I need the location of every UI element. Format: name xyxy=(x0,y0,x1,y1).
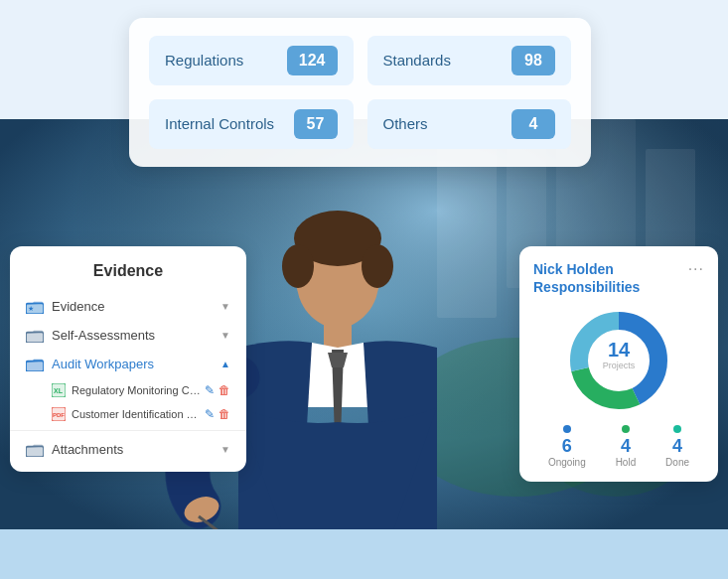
bottom-strip xyxy=(0,529,728,579)
stat-label-regulations: Regulations xyxy=(165,51,243,71)
svg-rect-24 xyxy=(26,332,44,343)
stat-num-hold: 4 xyxy=(616,436,637,457)
stat-col-ongoing: 6 Ongoing xyxy=(548,425,586,468)
svg-text:XL: XL xyxy=(54,387,64,394)
evidence-label-attachments: Attachments xyxy=(52,442,217,457)
divider xyxy=(10,430,246,431)
evidence-panel: Evidence ★ Evidence ▼ Self-Assessments ▼ xyxy=(10,246,246,472)
stat-desc-done: Done xyxy=(665,457,689,468)
file-name-pdf: Customer Identification review-doc.pdf xyxy=(72,408,201,420)
evidence-chevron-attachments: ▼ xyxy=(220,444,230,455)
stat-desc-hold: Hold xyxy=(616,457,637,468)
stat-label-standards: Standards xyxy=(383,51,451,71)
stat-badge-others: 4 xyxy=(511,109,555,139)
responsibilities-panel: Nick HoldenResponsibilities ··· 14 Proje… xyxy=(519,246,718,482)
evidence-chevron-up-audit: ▲ xyxy=(220,359,230,369)
stat-num-ongoing: 6 xyxy=(548,436,586,457)
evidence-label-audit-workpapers: Audit Workpapers xyxy=(52,357,217,371)
stat-num-done: 4 xyxy=(665,436,689,457)
folder-dark-icon xyxy=(26,329,44,343)
stats-card: Regulations 124 Standards 98 Internal Co… xyxy=(129,18,591,167)
delete-pdf-button[interactable]: 🗑 xyxy=(218,407,230,421)
evidence-label-self-assessments: Self-Assessments xyxy=(52,328,217,343)
svg-text:Projects: Projects xyxy=(603,361,636,370)
edit-pdf-button[interactable]: ✎ xyxy=(205,407,215,421)
stat-item-regulations[interactable]: Regulations 124 xyxy=(149,36,354,85)
more-options-button[interactable]: ··· xyxy=(688,260,704,278)
stat-item-others[interactable]: Others 4 xyxy=(367,99,572,149)
evidence-item-audit-workpapers[interactable]: Audit Workpapers ▲ xyxy=(10,350,246,378)
evidence-item-attachments[interactable]: Attachments ▼ xyxy=(10,435,246,464)
pdf-file-icon: PDF xyxy=(52,407,66,421)
file-row-xlsx: XL Regulatory Monitoring Checklist.xlsx … xyxy=(10,378,246,402)
file-row-pdf: PDF Customer Identification review-doc.p… xyxy=(10,402,246,426)
donut-chart-container: 14 Projects xyxy=(533,306,704,415)
stat-label-internal-controls: Internal Controls xyxy=(165,114,274,134)
svg-rect-34 xyxy=(26,446,44,457)
evidence-item-evidence[interactable]: ★ Evidence ▼ xyxy=(10,292,246,321)
delete-xlsx-button[interactable]: 🗑 xyxy=(218,383,230,397)
file-actions-pdf: ✎ 🗑 xyxy=(205,407,230,421)
stat-item-standards[interactable]: Standards 98 xyxy=(367,36,572,85)
folder-openblue-icon xyxy=(26,358,44,371)
stat-item-internal-controls[interactable]: Internal Controls 57 xyxy=(149,99,354,149)
stat-col-done: 4 Done xyxy=(665,425,689,468)
edit-xlsx-button[interactable]: ✎ xyxy=(205,383,215,397)
xlsx-file-icon: XL xyxy=(52,383,66,397)
file-actions-xlsx: ✎ 🗑 xyxy=(205,383,230,397)
stat-label-others: Others xyxy=(383,114,428,134)
folder-attachments-icon xyxy=(26,443,44,457)
dot-done xyxy=(673,425,681,433)
evidence-chevron-evidence: ▼ xyxy=(220,301,230,312)
dot-hold xyxy=(622,425,630,433)
evidence-chevron-self-assessments: ▼ xyxy=(220,330,230,341)
svg-point-10 xyxy=(282,244,314,288)
folder-blue-icon: ★ xyxy=(26,300,44,314)
svg-rect-12 xyxy=(324,318,352,348)
svg-text:★: ★ xyxy=(28,304,34,311)
evidence-label-evidence: Evidence xyxy=(52,299,217,314)
svg-text:14: 14 xyxy=(608,339,631,361)
stat-desc-ongoing: Ongoing xyxy=(548,457,586,468)
stat-badge-standards: 98 xyxy=(511,46,555,75)
svg-point-11 xyxy=(362,244,393,288)
svg-text:PDF: PDF xyxy=(53,412,65,418)
svg-rect-26 xyxy=(26,361,44,371)
resp-header: Nick HoldenResponsibilities ··· xyxy=(533,260,704,296)
resp-title: Nick HoldenResponsibilities xyxy=(533,260,640,296)
stats-grid: Regulations 124 Standards 98 Internal Co… xyxy=(149,36,571,149)
stat-badge-regulations: 124 xyxy=(287,46,338,75)
stat-badge-internal-controls: 57 xyxy=(294,109,338,139)
stats-row: 6 Ongoing 4 Hold 4 Done xyxy=(533,425,704,468)
stat-col-hold: 4 Hold xyxy=(616,425,637,468)
donut-chart-svg: 14 Projects xyxy=(564,306,673,415)
dot-ongoing xyxy=(563,425,571,433)
file-name-xlsx: Regulatory Monitoring Checklist.xlsx xyxy=(72,384,201,396)
evidence-item-self-assessments[interactable]: Self-Assessments ▼ xyxy=(10,321,246,350)
evidence-panel-title: Evidence xyxy=(10,262,246,280)
